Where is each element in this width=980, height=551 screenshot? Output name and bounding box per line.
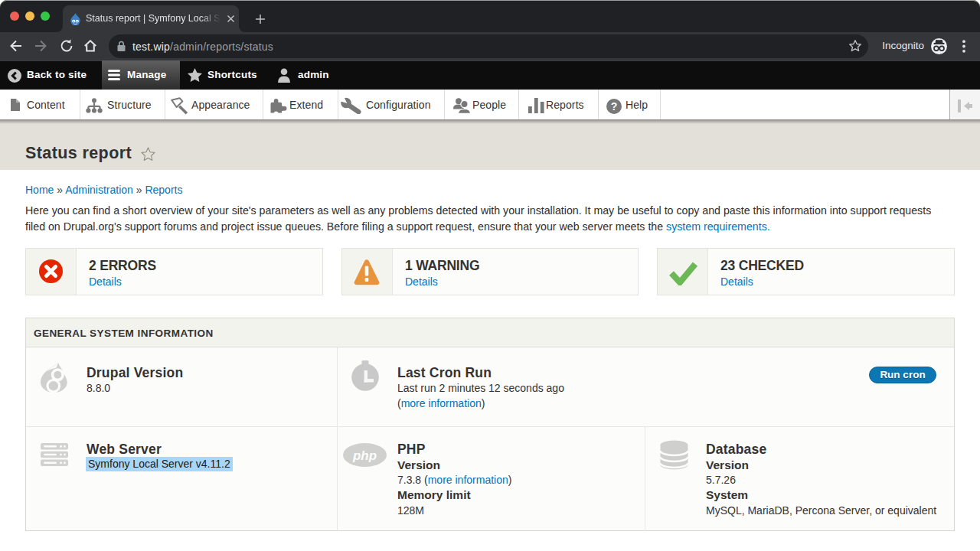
svg-text:?: ? [611, 100, 618, 112]
svg-text:php: php [352, 448, 377, 463]
